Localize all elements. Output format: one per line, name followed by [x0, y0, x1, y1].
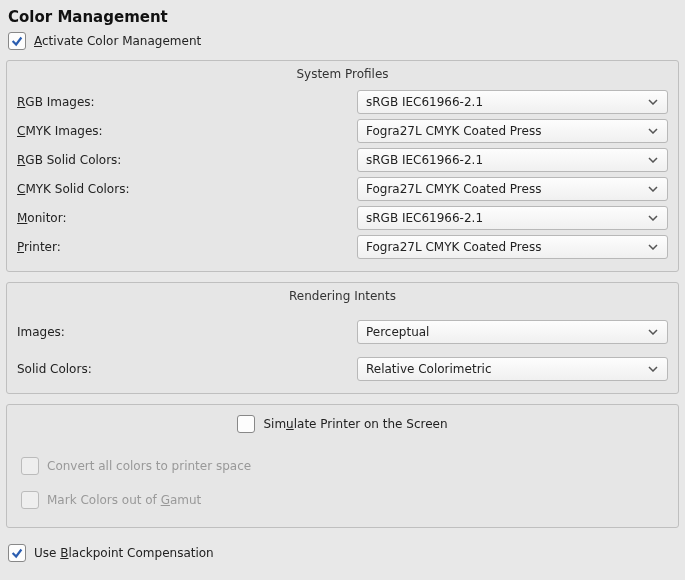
- cmyk-images-select[interactable]: Fogra27L CMYK Coated Press: [357, 119, 668, 143]
- rgb-images-select[interactable]: sRGB IEC61966-2.1: [357, 90, 668, 114]
- activate-color-mgmt-label: Activate Color Management: [34, 34, 201, 48]
- convert-colors-label: Convert all colors to printer space: [47, 459, 251, 473]
- mark-gamut-label: Mark Colors out of Gamut: [47, 493, 201, 507]
- rgb-images-label: RGB Images:: [17, 95, 357, 109]
- activate-color-mgmt-checkbox[interactable]: [8, 32, 26, 50]
- printer-label: Printer:: [17, 240, 357, 254]
- intent-images-select[interactable]: Perceptual: [357, 320, 668, 344]
- rgb-solid-colors-label: RGB Solid Colors:: [17, 153, 357, 167]
- chevron-down-icon: [647, 96, 659, 108]
- rendering-intents-panel: Rendering Intents Images: Perceptual Sol…: [6, 282, 679, 394]
- check-icon: [10, 34, 24, 48]
- select-value: Perceptual: [366, 325, 429, 339]
- page-title: Color Management: [0, 0, 685, 32]
- monitor-select[interactable]: sRGB IEC61966-2.1: [357, 206, 668, 230]
- simulate-printer-label: Simulate Printer on the Screen: [263, 417, 447, 431]
- rendering-intents-title: Rendering Intents: [7, 283, 678, 309]
- monitor-label: Monitor:: [17, 211, 357, 225]
- blackpoint-label: Use Blackpoint Compensation: [34, 546, 214, 560]
- cmyk-images-label: CMYK Images:: [17, 124, 357, 138]
- select-value: Fogra27L CMYK Coated Press: [366, 124, 541, 138]
- intent-solid-colors-label: Solid Colors:: [17, 362, 357, 376]
- select-value: sRGB IEC61966-2.1: [366, 95, 483, 109]
- simulate-printer-checkbox[interactable]: [237, 415, 255, 433]
- cmyk-solid-colors-label: CMYK Solid Colors:: [17, 182, 357, 196]
- chevron-down-icon: [647, 363, 659, 375]
- chevron-down-icon: [647, 154, 659, 166]
- check-icon: [10, 546, 24, 560]
- select-value: Fogra27L CMYK Coated Press: [366, 240, 541, 254]
- select-value: sRGB IEC61966-2.1: [366, 211, 483, 225]
- system-profiles-panel: System Profiles RGB Images: sRGB IEC6196…: [6, 60, 679, 272]
- chevron-down-icon: [647, 212, 659, 224]
- simulate-printer-panel: Simulate Printer on the Screen Convert a…: [6, 404, 679, 528]
- convert-colors-checkbox: [21, 457, 39, 475]
- intent-solid-colors-select[interactable]: Relative Colorimetric: [357, 357, 668, 381]
- chevron-down-icon: [647, 183, 659, 195]
- blackpoint-checkbox[interactable]: [8, 544, 26, 562]
- chevron-down-icon: [647, 326, 659, 338]
- select-value: sRGB IEC61966-2.1: [366, 153, 483, 167]
- select-value: Relative Colorimetric: [366, 362, 492, 376]
- mark-gamut-checkbox: [21, 491, 39, 509]
- chevron-down-icon: [647, 125, 659, 137]
- chevron-down-icon: [647, 241, 659, 253]
- printer-select[interactable]: Fogra27L CMYK Coated Press: [357, 235, 668, 259]
- cmyk-solid-colors-select[interactable]: Fogra27L CMYK Coated Press: [357, 177, 668, 201]
- select-value: Fogra27L CMYK Coated Press: [366, 182, 541, 196]
- rgb-solid-colors-select[interactable]: sRGB IEC61966-2.1: [357, 148, 668, 172]
- intent-images-label: Images:: [17, 325, 357, 339]
- system-profiles-title: System Profiles: [7, 61, 678, 87]
